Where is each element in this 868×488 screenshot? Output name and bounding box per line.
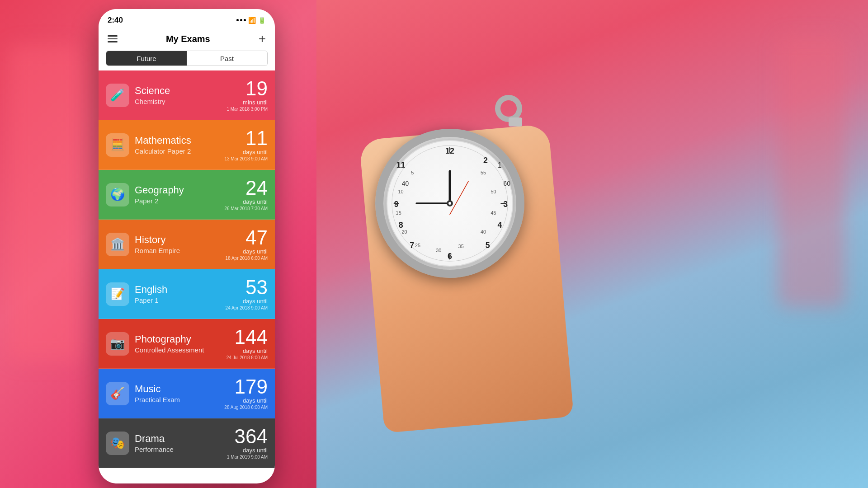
countdown-date: 24 Jul 2018 8:00 AM: [226, 355, 268, 360]
exam-item[interactable]: 🏛️ History Roman Empire 47 days until 18…: [99, 220, 275, 269]
svg-text:5: 5: [486, 241, 490, 250]
menu-line-3: [108, 41, 118, 42]
exam-countdown: 179 days until 28 Aug 2018 6:00 AM: [224, 377, 268, 410]
photo-area: 12 1 60 3 4 5 6 7 8 9 40 11 2: [316, 0, 868, 488]
past-tab[interactable]: Past: [187, 51, 267, 66]
exam-sub: Practical Exam: [135, 396, 219, 404]
countdown-date: 13 Mar 2018 9:00 AM: [224, 156, 268, 161]
phone-frame: 2:40 📶 🔋 My Exams + Future Past: [99, 9, 275, 483]
dot1: [236, 19, 239, 21]
exam-sub: Chemistry: [135, 98, 221, 105]
svg-text:11: 11: [396, 160, 406, 169]
svg-text:20: 20: [401, 229, 407, 235]
countdown-number: 53: [226, 277, 268, 297]
exam-sub: Performance: [135, 446, 222, 453]
exam-countdown: 53 days until 24 Apr 2018 9:00 AM: [226, 277, 268, 310]
dot3: [244, 19, 246, 21]
menu-line-2: [108, 38, 118, 40]
app-title: My Exams: [166, 34, 210, 44]
exam-subject: English: [135, 284, 220, 296]
exam-item[interactable]: 🌍 Geography Paper 2 24 days until 26 Mar…: [99, 170, 275, 220]
exam-icon: 📝: [106, 282, 129, 306]
exam-info: Drama Performance: [129, 433, 227, 453]
countdown-date: 26 Mar 2018 7:30 AM: [224, 206, 268, 211]
svg-text:7: 7: [410, 241, 414, 250]
countdown-label: mins until: [226, 99, 268, 106]
svg-text:1: 1: [498, 161, 502, 169]
exam-subject: Drama: [135, 433, 222, 445]
add-exam-button[interactable]: +: [259, 33, 266, 45]
exam-sub: Paper 2: [135, 197, 219, 205]
exam-icon: 🧮: [106, 133, 129, 157]
exam-sub: Calculator Paper 2: [135, 147, 219, 155]
svg-text:60: 60: [503, 180, 510, 187]
countdown-number: 144: [226, 327, 268, 347]
exam-sub: Roman Empire: [135, 247, 220, 254]
exam-item[interactable]: 🧪 Science Chemistry 19 mins until 1 Mar …: [99, 70, 275, 120]
exam-subject: History: [135, 234, 220, 246]
exam-info: Science Chemistry: [129, 85, 226, 105]
svg-text:35: 35: [458, 244, 464, 249]
status-bar: 2:40 📶 🔋: [99, 9, 275, 29]
svg-text:4: 4: [497, 221, 502, 230]
countdown-number: 24: [224, 178, 268, 198]
exam-icon: 🎭: [106, 432, 129, 455]
exam-item[interactable]: 📝 English Paper 1 53 days until 24 Apr 2…: [99, 269, 275, 319]
exam-icon: 🏛️: [106, 233, 129, 256]
wifi-icon: 📶: [248, 17, 256, 24]
exam-countdown: 24 days until 26 Mar 2018 7:30 AM: [224, 178, 268, 211]
exam-countdown: 144 days until 24 Jul 2018 8:00 AM: [226, 327, 268, 360]
bg-blur-left: [9, 45, 81, 361]
exam-subject: Geography: [135, 184, 219, 196]
countdown-date: 24 Apr 2018 9:00 AM: [226, 305, 268, 310]
exam-icon: 🌍: [106, 183, 129, 206]
exam-item[interactable]: 🎸 Music Practical Exam 179 days until 28…: [99, 369, 275, 418]
segmented-control: Future Past: [106, 51, 268, 66]
exam-item[interactable]: 🧮 Mathematics Calculator Paper 2 11 days…: [99, 120, 275, 170]
exam-countdown: 11 days until 13 Mar 2018 9:00 AM: [224, 128, 268, 161]
svg-text:50: 50: [491, 189, 496, 194]
exam-info: Geography Paper 2: [129, 184, 224, 205]
status-time: 2:40: [108, 16, 123, 25]
exam-countdown: 47 days until 18 Apr 2018 6:00 AM: [226, 228, 268, 261]
svg-text:15: 15: [396, 210, 401, 216]
exam-sub: Paper 1: [135, 296, 220, 304]
header: My Exams +: [99, 29, 275, 51]
countdown-label: days until: [226, 298, 268, 305]
svg-text:30: 30: [436, 248, 441, 253]
exam-item[interactable]: 🎭 Drama Performance 364 days until 1 Mar…: [99, 418, 275, 468]
future-tab[interactable]: Future: [106, 51, 187, 66]
exam-sub: Controlled Assessment: [135, 346, 221, 354]
exam-subject: Photography: [135, 333, 221, 345]
countdown-date: 28 Aug 2018 6:00 AM: [224, 405, 268, 410]
countdown-number: 11: [224, 128, 268, 148]
signal-dots: [236, 19, 246, 21]
status-icons: 📶 🔋: [236, 17, 266, 24]
menu-button[interactable]: [108, 35, 118, 42]
countdown-label: days until: [224, 198, 268, 205]
countdown-date: 1 Mar 2019 9:00 AM: [227, 455, 268, 460]
countdown-label: days until: [224, 397, 268, 404]
exam-icon: 🧪: [106, 84, 129, 107]
svg-text:25: 25: [415, 243, 420, 248]
exam-countdown: 364 days until 1 Mar 2019 9:00 AM: [227, 427, 268, 460]
exam-item[interactable]: 📷 Photography Controlled Assessment 144 …: [99, 319, 275, 369]
countdown-number: 179: [224, 377, 268, 397]
svg-text:40: 40: [402, 180, 409, 187]
exam-subject: Music: [135, 383, 219, 395]
countdown-number: 19: [226, 79, 268, 99]
exam-subject: Mathematics: [135, 135, 219, 146]
svg-text:10: 10: [398, 189, 404, 194]
svg-text:55: 55: [481, 170, 486, 175]
countdown-date: 18 Apr 2018 6:00 AM: [226, 256, 268, 261]
countdown-label: days until: [227, 447, 268, 454]
svg-text:2: 2: [483, 156, 488, 165]
exam-subject: Science: [135, 85, 221, 97]
menu-line-1: [108, 35, 118, 37]
battery-icon: 🔋: [258, 17, 266, 24]
svg-line-31: [450, 181, 468, 215]
exam-icon: 📷: [106, 332, 129, 356]
dot2: [240, 19, 242, 21]
exam-info: Mathematics Calculator Paper 2: [129, 135, 224, 155]
exam-countdown: 19 mins until 1 Mar 2018 3:00 PM: [226, 79, 268, 112]
